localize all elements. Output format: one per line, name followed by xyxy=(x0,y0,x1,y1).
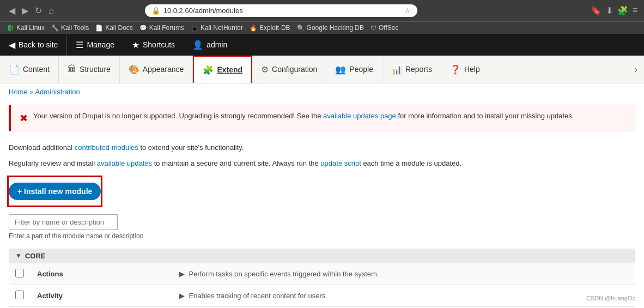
tab-people[interactable]: 👥 People xyxy=(326,56,382,83)
page-desc-1: Download additional contributed modules … xyxy=(9,142,635,154)
back-arrow-icon: ◀ xyxy=(9,40,15,50)
shortcuts-button[interactable]: ★ Shortcuts xyxy=(123,34,184,56)
bookmark-kali-nethunter-label: Kali NetHunter xyxy=(201,24,243,32)
module-desc-actions-text: Perform tasks on specific events trigger… xyxy=(189,270,379,278)
refresh-button[interactable]: ↻ xyxy=(33,4,44,17)
people-icon: 👥 xyxy=(335,64,346,75)
bookmark-kali-linux[interactable]: 🐉 Kali Linux xyxy=(7,24,45,32)
star-icon[interactable]: ☆ xyxy=(404,7,411,15)
tab-extend-label: Extend xyxy=(217,65,242,74)
tab-reports-label: Reports xyxy=(405,65,432,74)
browser-nav-buttons: ◀ ▶ ↻ ⌂ xyxy=(7,4,56,17)
core-arrow-icon: ▼ xyxy=(15,252,22,259)
back-to-site-label: Back to site xyxy=(19,40,58,49)
admin-label: admin xyxy=(206,40,227,49)
browser-action-buttons: 🔖 ⬇ 🧩 ≡ xyxy=(591,5,637,16)
alert-message: Your version of Drupal is no longer supp… xyxy=(33,112,574,120)
table-row: Activity ▶ Enables tracking of recent co… xyxy=(9,285,635,306)
secondary-nav: 📄 Content 🏛 Structure 🎨 Appearance 🧩 Ext… xyxy=(0,56,644,83)
tab-help-label: Help xyxy=(464,65,480,74)
tab-help[interactable]: ❓ Help xyxy=(441,56,489,83)
install-new-module-button[interactable]: + Install new module xyxy=(9,183,101,200)
bookmark-google-hacking-db-label: Google Hacking DB xyxy=(307,24,364,32)
bookmark-kali-nethunter[interactable]: 📱 Kali NetHunter xyxy=(191,24,243,32)
bookmark-google-hacking-db[interactable]: 🔍 Google Hacking DB xyxy=(297,24,364,32)
tab-reports[interactable]: 📊 Reports xyxy=(382,56,441,83)
contributed-modules-link[interactable]: contributed modules xyxy=(75,143,138,152)
forward-button[interactable]: ▶ xyxy=(20,4,31,17)
help-icon: ❓ xyxy=(450,64,461,75)
kali-forums-icon: 💬 xyxy=(139,25,147,32)
page-desc-2: Regularly review and install available u… xyxy=(9,158,635,170)
bookmark-kali-tools[interactable]: 🔧 Kali Tools xyxy=(51,24,89,32)
alert-link[interactable]: available updates page xyxy=(323,112,396,120)
content-icon: 📄 xyxy=(9,64,20,75)
profile-icon[interactable]: 🔖 xyxy=(591,5,602,16)
desc-arrow-icon: ▶ xyxy=(179,270,185,278)
bookmark-offsec[interactable]: 🛡 OffSec xyxy=(370,24,398,32)
tab-structure-label: Structure xyxy=(80,65,111,74)
bookmark-kali-docs[interactable]: 📄 Kali Docs xyxy=(95,24,133,32)
breadcrumb-home[interactable]: Home xyxy=(9,88,28,96)
tab-extend[interactable]: 🧩 Extend xyxy=(193,56,252,83)
alert-text-after: for more information and to install your… xyxy=(396,112,574,120)
update-script-link[interactable]: update script xyxy=(320,159,361,167)
exploit-db-icon: 🔥 xyxy=(250,25,257,32)
back-to-site-button[interactable]: ◀ Back to site xyxy=(0,34,66,56)
module-checkbox-actions[interactable] xyxy=(9,263,31,285)
tab-configuration[interactable]: ⚙ Configuration xyxy=(252,56,326,83)
bookmark-kali-forums-label: Kali Forums xyxy=(149,24,184,32)
manage-button[interactable]: ☰ Manage xyxy=(67,34,123,56)
tab-appearance-label: Appearance xyxy=(143,65,184,74)
bookmark-exploit-db-label: Exploit-DB xyxy=(259,24,290,32)
available-updates-link[interactable]: available updates xyxy=(97,159,152,167)
kali-docs-icon: 📄 xyxy=(95,25,103,32)
kali-linux-icon: 🐉 xyxy=(7,25,14,32)
watermark: CSDN @huangOc xyxy=(583,294,639,303)
back-button[interactable]: ◀ xyxy=(7,4,17,17)
menu-icon[interactable]: ≡ xyxy=(633,5,637,16)
address-bar[interactable]: 🔒 10.0.2.60/admin/modules ☆ xyxy=(145,4,417,17)
breadcrumb-admin[interactable]: Administration xyxy=(35,88,80,96)
user-icon: 👤 xyxy=(192,40,203,50)
module-desc-activity: ▶ Enables tracking of recent content for… xyxy=(173,285,635,306)
download-icon[interactable]: ⬇ xyxy=(606,5,613,16)
extensions-icon[interactable]: 🧩 xyxy=(617,5,628,16)
core-section: ▼ CORE Actions ▶ Perform tasks on specif… xyxy=(9,249,635,307)
filter-wrap: Enter a part of the module name or descr… xyxy=(9,214,635,240)
google-hacking-db-icon: 🔍 xyxy=(297,25,305,32)
kali-nethunter-icon: 📱 xyxy=(191,25,198,32)
bookmark-offsec-label: OffSec xyxy=(379,24,398,32)
bookmark-exploit-db[interactable]: 🔥 Exploit-DB xyxy=(250,24,290,32)
shortcuts-label: Shortcuts xyxy=(143,40,175,49)
desc2-before: Regularly review and install xyxy=(9,159,97,167)
desc1-before: Download additional xyxy=(9,143,75,152)
checkbox-activity[interactable] xyxy=(15,291,24,299)
nav-right-arrow[interactable]: › xyxy=(628,64,644,75)
admin-user-button[interactable]: 👤 admin xyxy=(184,34,236,56)
star-toolbar-icon: ★ xyxy=(132,40,139,50)
filter-input[interactable] xyxy=(9,214,118,230)
checkbox-actions[interactable] xyxy=(15,269,24,277)
tab-content-label: Content xyxy=(23,65,50,74)
alert-text-before: Your version of Drupal is no longer supp… xyxy=(33,112,323,120)
configuration-icon: ⚙ xyxy=(261,64,269,75)
bookmark-kali-forums[interactable]: 💬 Kali Forums xyxy=(139,24,184,32)
bookmark-kali-linux-label: Kali Linux xyxy=(16,24,45,32)
module-desc-activity-text: Enables tracking of recent content for u… xyxy=(189,292,327,300)
tab-configuration-label: Configuration xyxy=(272,65,317,74)
page-content: Download additional contributed modules … xyxy=(0,136,644,308)
admin-toolbar: ◀ Back to site ☰ Manage ★ Shortcuts 👤 ad… xyxy=(0,34,644,56)
home-button[interactable]: ⌂ xyxy=(46,4,56,17)
tab-people-label: People xyxy=(349,65,373,74)
tab-structure[interactable]: 🏛 Structure xyxy=(59,56,120,83)
breadcrumb-separator: » xyxy=(29,88,35,96)
offsec-icon: 🛡 xyxy=(370,25,376,31)
tab-content[interactable]: 📄 Content xyxy=(0,56,59,83)
module-checkbox-activity[interactable] xyxy=(9,285,31,306)
url-text: 10.0.2.60/admin/modules xyxy=(163,7,243,15)
core-section-header[interactable]: ▼ CORE xyxy=(9,249,635,263)
reports-icon: 📊 xyxy=(391,64,402,75)
alert-error: ✖ Your version of Drupal is no longer su… xyxy=(9,105,635,131)
tab-appearance[interactable]: 🎨 Appearance xyxy=(120,56,193,83)
